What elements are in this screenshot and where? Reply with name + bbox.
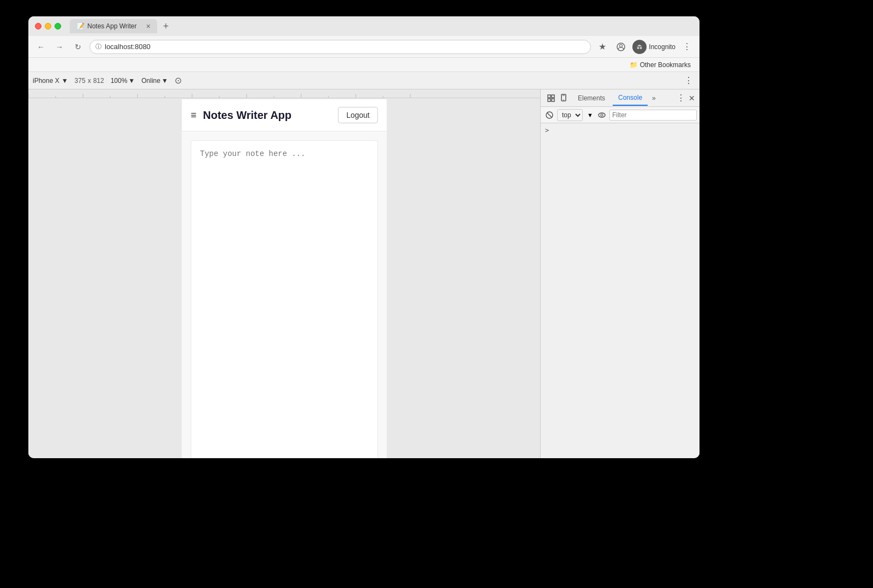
new-tab-button[interactable]: + bbox=[159, 20, 172, 33]
devtools-panel: Elements Console » ⋮ ✕ top bbox=[540, 89, 699, 458]
svg-line-28 bbox=[547, 113, 552, 117]
app-header: ≡ Notes Writer App Logout bbox=[182, 99, 387, 131]
devtools-more-button[interactable]: ⋮ bbox=[682, 75, 695, 86]
forward-button[interactable]: → bbox=[52, 40, 67, 54]
console-filter-input[interactable] bbox=[609, 110, 697, 121]
close-window-button[interactable] bbox=[35, 23, 41, 29]
svg-point-1 bbox=[620, 44, 623, 47]
eye-button[interactable] bbox=[597, 109, 606, 121]
bookmark-button[interactable]: ★ bbox=[595, 40, 609, 54]
other-bookmarks-label: Other Bookmarks bbox=[640, 61, 691, 69]
incognito-label: Incognito bbox=[649, 43, 675, 51]
title-bar: 📝 Notes App Writer × + bbox=[28, 16, 699, 36]
incognito-icon bbox=[632, 40, 647, 54]
browser-tab[interactable]: 📝 Notes App Writer × bbox=[70, 19, 157, 33]
device-chevron-icon: ▼ bbox=[62, 77, 68, 85]
devtools-more-menu-button[interactable]: ⋮ bbox=[677, 93, 685, 103]
tab-title: Notes App Writer bbox=[87, 22, 143, 30]
context-chevron-icon[interactable]: ▼ bbox=[586, 112, 594, 118]
device-height: 812 bbox=[93, 77, 104, 85]
network-status-label: Online bbox=[141, 77, 160, 85]
toggle-device-button[interactable] bbox=[558, 92, 570, 104]
nav-right-area: ★ Incognito ⋮ bbox=[595, 40, 694, 54]
tab-console[interactable]: Console bbox=[613, 91, 648, 106]
back-button[interactable]: ← bbox=[34, 40, 48, 54]
device-width: 375 bbox=[75, 77, 86, 85]
devtools-body: > bbox=[541, 123, 699, 458]
devtools-secondary-toolbar: top ▼ ⚙ bbox=[541, 107, 699, 123]
zoom-selector[interactable]: 100% ▼ bbox=[111, 77, 135, 85]
context-selector[interactable]: top bbox=[557, 109, 583, 121]
app-title: Notes Writer App bbox=[203, 109, 338, 122]
tab-elements[interactable]: Elements bbox=[572, 91, 611, 105]
address-text: localhost:8080 bbox=[105, 43, 151, 51]
tag-icon[interactable]: ⊙ bbox=[175, 75, 182, 86]
ruler-horizontal bbox=[28, 89, 540, 98]
devtools-toolbar: iPhone X ▼ 375 x 812 100% ▼ Online ▼ ⊙ ⋮ bbox=[28, 72, 699, 89]
dimension-display: 375 x 812 bbox=[75, 77, 104, 85]
devtools-header: Elements Console » ⋮ ✕ bbox=[541, 89, 699, 107]
note-area-wrapper bbox=[182, 131, 387, 458]
svg-rect-20 bbox=[548, 95, 551, 98]
logout-button[interactable]: Logout bbox=[338, 107, 378, 123]
network-chevron-icon: ▼ bbox=[162, 77, 168, 85]
svg-point-3 bbox=[640, 47, 642, 49]
note-textarea[interactable] bbox=[191, 140, 378, 458]
svg-point-30 bbox=[601, 114, 603, 116]
device-selector[interactable]: iPhone X ▼ bbox=[33, 77, 68, 85]
other-bookmarks-item[interactable]: 📁 Other Bookmarks bbox=[626, 60, 694, 70]
devtools-header-right: ⋮ ✕ bbox=[677, 93, 695, 103]
svg-rect-21 bbox=[552, 95, 554, 98]
browser-window: 📝 Notes App Writer × + ← → ↻ ⓘ localhost… bbox=[28, 16, 699, 458]
incognito-area: Incognito bbox=[632, 40, 675, 54]
devtools-close-button[interactable]: ✕ bbox=[689, 94, 695, 103]
folder-icon: 📁 bbox=[630, 61, 638, 69]
more-options-button[interactable]: ⋮ bbox=[680, 40, 694, 54]
account-icon[interactable] bbox=[614, 40, 628, 54]
svg-point-29 bbox=[599, 113, 605, 117]
tab-favicon-icon: 📝 bbox=[76, 22, 84, 30]
svg-point-26 bbox=[563, 99, 564, 100]
maximize-window-button[interactable] bbox=[55, 23, 61, 29]
hamburger-menu-icon[interactable]: ≡ bbox=[191, 110, 197, 121]
tab-bar: 📝 Notes App Writer × + bbox=[70, 19, 693, 33]
svg-rect-4 bbox=[28, 89, 540, 98]
zoom-chevron-icon: ▼ bbox=[128, 77, 135, 85]
minimize-window-button[interactable] bbox=[45, 23, 51, 29]
dimension-x-label: x bbox=[88, 77, 91, 85]
lock-icon: ⓘ bbox=[95, 43, 101, 51]
refresh-button[interactable]: ↻ bbox=[71, 40, 85, 54]
device-name: iPhone X bbox=[33, 77, 59, 85]
console-caret[interactable]: > bbox=[545, 127, 549, 134]
svg-rect-23 bbox=[552, 99, 554, 101]
svg-point-2 bbox=[637, 47, 639, 49]
bookmarks-bar: 📁 Other Bookmarks bbox=[28, 58, 699, 72]
more-tabs-button[interactable]: » bbox=[650, 92, 658, 104]
zoom-level: 100% bbox=[111, 77, 128, 85]
traffic-lights bbox=[35, 23, 61, 29]
device-frame: ≡ Notes Writer App Logout bbox=[182, 99, 387, 458]
close-tab-button[interactable]: × bbox=[146, 22, 151, 30]
block-requests-button[interactable] bbox=[545, 109, 554, 121]
content-area: ≡ Notes Writer App Logout bbox=[28, 89, 699, 458]
inspect-element-button[interactable] bbox=[545, 92, 557, 104]
network-throttle-selector[interactable]: Online ▼ bbox=[141, 77, 168, 85]
svg-rect-22 bbox=[548, 99, 551, 101]
emulated-area: ≡ Notes Writer App Logout bbox=[28, 89, 540, 458]
address-bar[interactable]: ⓘ localhost:8080 bbox=[89, 40, 591, 54]
nav-bar: ← → ↻ ⓘ localhost:8080 ★ bbox=[28, 36, 699, 58]
